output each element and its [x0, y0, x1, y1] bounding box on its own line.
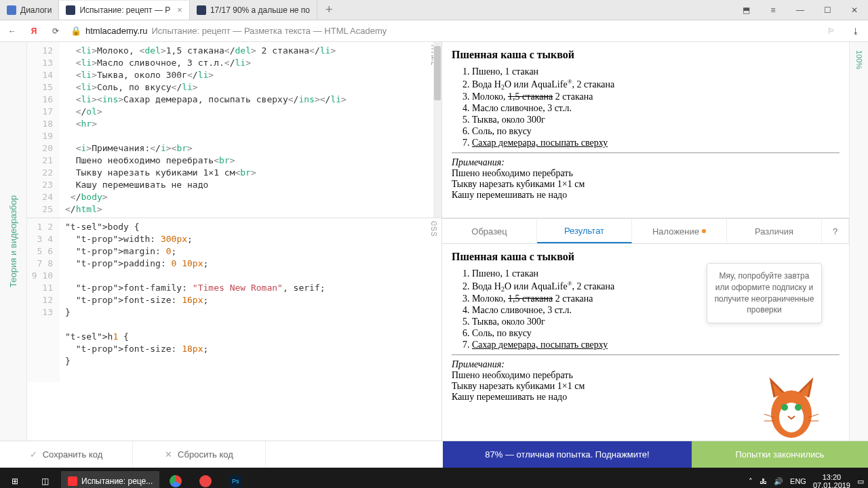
- vk-icon: [7, 5, 16, 15]
- main-content: Теория и видеоразбор HTML 12 13 14 15 16…: [0, 42, 868, 441]
- volume-icon[interactable]: 🔊: [774, 477, 783, 486]
- taskbar-app-yandex[interactable]: Испытание: реце...: [61, 471, 159, 488]
- taskview-icon[interactable]: ◫: [30, 468, 60, 488]
- yandex-icon: [68, 476, 77, 486]
- menu-icon[interactable]: ≡: [760, 0, 787, 20]
- warning-dot-icon: [702, 229, 706, 233]
- sample-pane: Пшенная каша с тыквойПшено, 1 стаканВода…: [442, 42, 849, 218]
- clock[interactable]: 13:2007.01.2019: [813, 473, 850, 488]
- photoshop-icon[interactable]: Ps: [220, 468, 250, 488]
- lock-icon: 🔒: [71, 26, 81, 36]
- network-icon[interactable]: 🖧: [760, 477, 767, 485]
- opera-icon[interactable]: [191, 468, 220, 488]
- browser-titlebar: Диалоги Испытание: рецепт — Р × 17/17 90…: [0, 0, 868, 20]
- minimize-icon[interactable]: —: [787, 0, 814, 20]
- result-pane: Пшенная каша с тыквойПшено, 1 стаканВода…: [442, 244, 849, 441]
- system-tray[interactable]: ˄ 🖧 🔊 ENG 13:2007.01.2019 ▭: [749, 473, 868, 488]
- reload-icon[interactable]: ⟳: [49, 24, 62, 38]
- editors-column: HTML 12 13 14 15 16 17 18 19 20 21 22 23…: [27, 42, 442, 441]
- status-bar: 87% — отличная попытка. Поднажмите!: [443, 441, 692, 468]
- tab-help[interactable]: ?: [822, 219, 849, 243]
- theory-sidebar[interactable]: Теория и видеоразбор: [0, 42, 27, 441]
- tab-result[interactable]: Результат: [537, 219, 632, 243]
- footer-bar: ✓Сохранить код ✕Сбросить код 87% — отлич…: [0, 441, 868, 468]
- browser-tab-dialogs[interactable]: Диалоги: [0, 1, 59, 20]
- preview-tabs: Образец Результат Наложение Различия ?: [442, 218, 849, 244]
- url-field[interactable]: 🔒 htmlacademy.ru Испытание: рецепт — Раз…: [71, 26, 819, 36]
- collapse-icon[interactable]: ↑: [432, 221, 436, 230]
- save-button[interactable]: ✓Сохранить код: [0, 441, 133, 468]
- bookmark-icon[interactable]: 🏳: [827, 26, 835, 36]
- url-domain: htmlacademy.ru: [85, 26, 148, 36]
- new-tab-button[interactable]: +: [317, 3, 341, 17]
- check-icon: ✓: [30, 449, 37, 460]
- close-window-icon[interactable]: ✕: [841, 0, 868, 20]
- scroll-thumb[interactable]: [434, 46, 441, 100]
- yandex-icon[interactable]: Я: [27, 24, 41, 38]
- attempts-button[interactable]: Попытки закончились: [692, 441, 868, 468]
- download-icon[interactable]: ⭳: [849, 24, 863, 38]
- svg-point-2: [781, 404, 788, 411]
- tab-label: 17/17 90% а дальше не по: [210, 5, 310, 15]
- mascot-tooltip: Мяу, попробуйте завтра или оформите подп…: [707, 263, 822, 323]
- htmlacademy-icon: [197, 5, 206, 15]
- tab-sample[interactable]: Образец: [442, 219, 537, 243]
- zoom-sidebar[interactable]: 100%: [849, 42, 868, 441]
- notifications-icon[interactable]: ▭: [857, 477, 864, 486]
- zoom-label: 100%: [855, 50, 863, 69]
- start-icon[interactable]: ⊞: [0, 468, 30, 488]
- chrome-icon[interactable]: [161, 468, 191, 488]
- tab-overlay[interactable]: Наложение: [632, 219, 727, 243]
- back-icon[interactable]: ←: [5, 24, 19, 38]
- browser-tab-forum[interactable]: 17/17 90% а дальше не по: [190, 1, 317, 20]
- tab-label: Испытание: рецепт — Р: [79, 5, 170, 15]
- mascot-cat-icon: [761, 377, 822, 441]
- line-gutter: 12 13 14 15 16 17 18 19 20 21 22 23 24 2…: [27, 42, 60, 218]
- tray-chevron-icon[interactable]: ˄: [749, 477, 753, 486]
- scrollbar[interactable]: [433, 42, 441, 218]
- browser-tab-recipe[interactable]: Испытание: рецепт — Р ×: [59, 1, 189, 20]
- code-text[interactable]: "t-sel">body { "t-prop">width: 300px; "t…: [60, 218, 326, 382]
- code-text[interactable]: <li>Молоко, <del>1,5 стакана</del> 2 ста…: [60, 42, 347, 218]
- theory-label: Теория и видеоразбор: [8, 182, 18, 301]
- windows-taskbar: ⊞ ◫ Испытание: реце... Ps ˄ 🖧 🔊 ENG 13:2…: [0, 468, 868, 488]
- reset-button[interactable]: ✕Сбросить код: [133, 441, 266, 468]
- x-icon: ✕: [165, 449, 172, 460]
- address-bar: ← Я ⟳ 🔒 htmlacademy.ru Испытание: рецепт…: [0, 20, 868, 42]
- language-indicator[interactable]: ENG: [790, 477, 806, 485]
- html-editor[interactable]: HTML 12 13 14 15 16 17 18 19 20 21 22 23…: [27, 42, 441, 218]
- tab-label: Диалоги: [20, 5, 52, 15]
- maximize-icon[interactable]: ☐: [814, 0, 841, 20]
- close-icon[interactable]: ×: [177, 5, 182, 15]
- preview-column: 100% Пшенная каша с тыквойПшено, 1 стака…: [442, 42, 868, 441]
- css-editor[interactable]: CSS ↑ 1 2 3 4 5 6 7 8 9 10 11 12 13 "t-s…: [27, 218, 441, 441]
- url-title: Испытание: рецепт — Разметка текста — HT…: [152, 26, 387, 36]
- line-gutter: 1 2 3 4 5 6 7 8 9 10 11 12 13: [27, 218, 60, 382]
- svg-point-3: [795, 404, 802, 411]
- tab-diff[interactable]: Различия: [727, 219, 822, 243]
- downloads-icon[interactable]: ⬒: [732, 0, 760, 20]
- htmlacademy-icon: [66, 5, 75, 15]
